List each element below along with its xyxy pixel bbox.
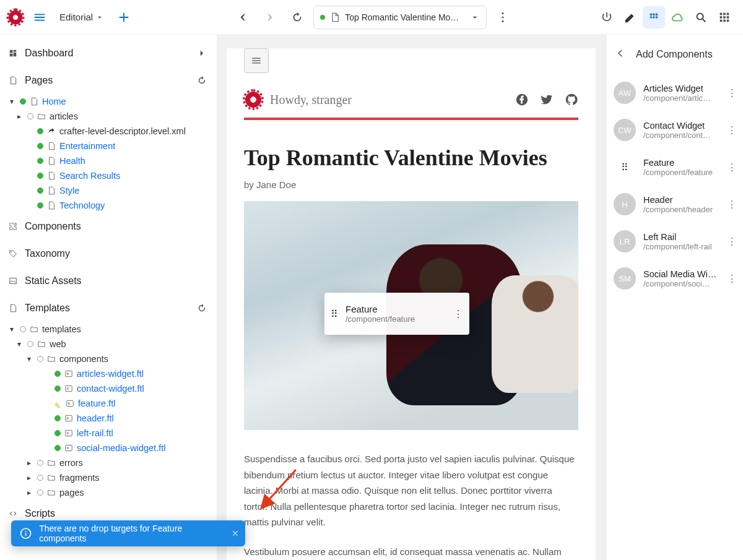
nav-templates[interactable]: Templates [0,295,216,322]
more-icon[interactable]: ⋮ [727,236,737,248]
tree-item[interactable]: ftlheader.ftl [2,411,216,426]
overflow-menu-button[interactable] [492,6,514,28]
svg-rect-17 [723,19,726,22]
nav-back-button[interactable] [232,6,254,28]
ftl-icon: ftl [64,369,73,378]
tree-item[interactable]: ftlsocial-media-widget.ftl [2,441,216,455]
edit-pencil-icon[interactable] [619,6,641,28]
chevron-down-icon [95,13,104,22]
component-item[interactable]: ⠿Feature/component/feature⋮ [606,149,743,186]
svg-point-4 [653,13,655,15]
more-icon[interactable]: ⋮ [727,124,737,136]
tree-item-technology[interactable]: Technology [2,198,216,213]
svg-text:ftl: ftl [67,387,69,390]
drag-preview-card[interactable]: ⠿ Feature /component/feature ⋮ [324,293,469,335]
svg-point-6 [650,16,653,19]
nav-label: Templates [25,303,70,314]
more-icon[interactable]: ⋮ [727,273,737,285]
ftl-icon: ftl [64,444,73,452]
tree-item-entertainment[interactable]: Entertainment [2,139,216,153]
tree-item-style[interactable]: Style [2,183,216,198]
component-avatar: LR [614,230,636,252]
component-path: /component/left-rail [643,242,719,251]
tree-item[interactable]: ftlfeature.ftl [2,396,216,411]
component-path: /component/cont… [643,131,719,140]
component-item[interactable]: SMSocial Media Wi…/component/soci…⋮ [606,260,743,297]
nav-pages[interactable]: Pages [0,67,216,94]
svg-rect-18 [727,19,729,22]
facebook-icon[interactable] [515,93,529,106]
svg-point-7 [653,16,655,19]
nav-forward-button[interactable] [259,6,281,28]
tree-item-articles[interactable]: ▸articles [2,109,216,124]
component-item[interactable]: LRLeft Rail/component/left-rail⋮ [606,223,743,260]
status-dot-icon [320,15,325,20]
tree-item[interactable]: ▸pages [2,485,216,500]
tree-item[interactable]: ▸errors [2,455,216,470]
svg-rect-40 [25,533,27,536]
component-avatar: H [614,193,636,215]
app-logo [7,9,24,25]
search-icon[interactable] [690,6,712,28]
power-icon[interactable] [596,6,618,28]
svg-point-1 [502,16,504,18]
image-icon [9,277,17,285]
more-icon[interactable]: ⋮ [453,308,463,320]
svg-rect-21 [14,53,17,56]
nav-label: Components [25,221,81,232]
component-path: /component/feature [643,168,719,177]
apps-grid-icon[interactable] [713,6,736,28]
page-icon [47,201,56,210]
address-bar[interactable]: Top Romantic Valentine Mo… [313,6,487,29]
article-hero-image: ⠿ Feature /component/feature ⋮ [244,201,578,430]
create-content-button[interactable] [113,6,135,28]
ftl-icon: ftl [64,384,73,393]
refresh-icon[interactable] [196,303,207,314]
tree-item-level-descriptor[interactable]: crafter-level-descriptor.level.xml [2,124,216,139]
svg-text:ftl: ftl [67,447,69,450]
refresh-icon[interactable] [196,75,207,86]
toast-notification: There are no drop targets for Feature co… [11,520,245,546]
tag-icon [9,249,17,258]
nav-static-assets[interactable]: Static Assets [0,267,216,295]
component-item[interactable]: AWArticles Widget/component/artic…⋮ [606,74,743,111]
component-item[interactable]: HHeader/component/header⋮ [606,186,743,223]
nav-label: Dashboard [25,48,73,59]
more-icon[interactable]: ⋮ [727,87,737,99]
component-item[interactable]: CWContact Widget/component/cont…⋮ [606,111,743,149]
tree-item[interactable]: ftlleft-rail.ftl [2,426,216,441]
component-mode-button[interactable] [643,6,665,28]
global-menu-icon[interactable] [28,6,51,28]
tree-item-search[interactable]: Search Results [2,168,216,183]
share-icon [47,127,56,136]
svg-rect-13 [720,16,723,19]
twitter-icon[interactable] [540,93,554,106]
github-icon[interactable] [565,93,578,106]
tree-item[interactable]: ▸fragments [2,470,216,485]
back-icon[interactable] [615,48,626,61]
chevron-right-icon [196,48,207,59]
publish-cloud-icon[interactable] [666,6,689,28]
close-icon[interactable]: ✕ [232,528,239,538]
code-icon [9,509,17,518]
nav-dashboard[interactable]: Dashboard [0,40,216,67]
nav-reload-button[interactable] [286,6,308,28]
tree-item[interactable]: ▾components [2,351,216,366]
site-menu-button[interactable] [244,48,269,73]
tree-item[interactable]: ftlcontact-widget.ftl [2,381,216,396]
page-icon [47,171,56,180]
component-name: Header [643,195,719,205]
tree-item[interactable]: ftlarticles-widget.ftl [2,366,216,381]
more-icon[interactable]: ⋮ [727,199,737,210]
tree-item[interactable]: ▾web [2,337,216,351]
svg-rect-11 [723,12,726,15]
svg-rect-19 [10,50,13,53]
tree-item-home[interactable]: ▾Home [2,94,216,109]
nav-taxonomy[interactable]: Taxonomy [0,240,216,267]
nav-components[interactable]: Components [0,213,216,240]
toolbar-right [596,6,736,28]
more-icon[interactable]: ⋮ [727,162,737,173]
tree-item[interactable]: ▾templates [2,322,216,337]
site-selector[interactable]: Editorial [56,9,108,25]
tree-item-health[interactable]: Health [2,153,216,168]
